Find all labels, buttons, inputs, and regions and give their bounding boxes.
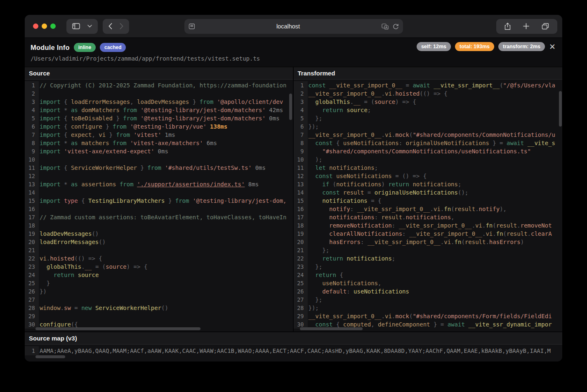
line-number: 29 (294, 312, 308, 320)
sidebar-toggle-button[interactable] (71, 23, 82, 29)
code-token: result (455, 206, 476, 212)
sidebar-menu-button[interactable] (86, 25, 94, 28)
sourcemap-horizontal-scrollbar[interactable] (35, 355, 65, 358)
transformed-code-area[interactable]: 1const __vite_ssr_import_0__ = await __v… (294, 80, 563, 331)
line-number: 15 (25, 197, 39, 205)
line-number: 25 (25, 279, 39, 287)
code-token: useNotifications (322, 280, 378, 286)
source-horizontal-scrollbar[interactable] (35, 327, 200, 330)
translate-icon[interactable] (382, 23, 389, 30)
code-token: , (130, 99, 137, 105)
line-number: 10 (25, 155, 39, 164)
total-time-pill: total: 193ms (455, 42, 494, 51)
code-token: 6ms (203, 140, 217, 146)
line-number: 15 (294, 197, 308, 205)
tab-overview-button[interactable] (540, 23, 551, 30)
line-number: 9 (25, 147, 39, 155)
module-link[interactable]: './support/assertions/index.ts' (137, 181, 245, 188)
code-token (309, 206, 330, 212)
code-token: 0ms (252, 164, 266, 171)
code-token: , (451, 214, 454, 221)
close-window-button[interactable] (33, 23, 38, 29)
minimize-window-button[interactable] (42, 23, 47, 29)
code-token: ( (500, 82, 503, 89)
code-token: __ (85, 263, 92, 270)
line-number: 2 (294, 89, 308, 98)
line-number: 12 (25, 172, 39, 180)
code-token: = (364, 189, 374, 196)
code-token: notifications (329, 164, 375, 171)
url-text: localhost (195, 23, 382, 30)
code-token: from (116, 131, 133, 138)
address-bar[interactable]: localhost (184, 19, 403, 34)
code-token: await (413, 82, 434, 89)
code-token: fn (444, 206, 451, 212)
code-token: configure (40, 321, 71, 328)
transformed-panel-header: Transformed (294, 67, 563, 80)
code-token: . (402, 214, 405, 221)
source-vertical-scrollbar[interactable] (289, 94, 292, 120)
browser-window: localhost (25, 15, 562, 361)
code-token (309, 189, 323, 196)
code-token: vi (40, 255, 47, 262)
code-token: { (81, 197, 88, 204)
code-token: ( (333, 181, 336, 188)
code-token: domMatchers (81, 107, 123, 113)
code-token: vi (434, 206, 441, 212)
code-line: 5 }; (294, 114, 563, 122)
code-token: import (40, 123, 64, 130)
code-token: : (361, 239, 368, 245)
code-token: . (392, 131, 395, 138)
close-button[interactable]: ✕ (547, 41, 557, 52)
reader-icon[interactable] (189, 23, 195, 29)
code-token: . (392, 90, 395, 97)
code-token: const (309, 82, 330, 89)
code-line: 7__vite_ssr_import_0__.vi.mock("#shared/… (294, 131, 563, 139)
code-line: 12 (25, 172, 293, 180)
transformed-vertical-scrollbar[interactable] (559, 91, 562, 127)
source-code-area[interactable]: 1// Copyright (C) 2012-2025 Zammad Found… (25, 80, 293, 331)
code-token: __vite_s (528, 140, 555, 146)
code-token: . (61, 305, 64, 311)
code-token (309, 239, 330, 245)
zoom-window-button[interactable] (50, 23, 56, 29)
back-button[interactable] (107, 23, 114, 29)
code-token: vi (444, 239, 451, 245)
reload-icon[interactable] (393, 23, 399, 30)
code-token: __vite_ssr_import_0__ (309, 313, 382, 319)
code-token: } (113, 115, 123, 122)
code-token (309, 173, 316, 179)
code-token: return (322, 107, 347, 113)
code-line: 9import 'vitest-axe/extend-expect' 0ms (25, 147, 293, 155)
code-token: import (40, 115, 64, 122)
forward-button[interactable] (118, 23, 125, 29)
code-token: window (40, 305, 61, 311)
code-line: 23 }; (294, 263, 563, 271)
code-token: type (64, 197, 81, 204)
code-line: 11 let notifications; (294, 164, 563, 172)
code-token: new (81, 305, 95, 311)
line-number: 24 (25, 271, 39, 279)
code-token: import (40, 131, 64, 138)
code-line: 26 default: useNotifications (294, 287, 563, 296)
code-token: . (382, 313, 385, 319)
code-token: hoisted (50, 255, 74, 262)
code-token: expect (71, 131, 92, 138)
new-tab-button[interactable] (521, 23, 531, 29)
transformed-horizontal-scrollbar[interactable] (300, 327, 363, 330)
code-token: notify (329, 206, 350, 212)
code-token (309, 222, 330, 229)
code-token: ) (382, 181, 389, 188)
code-line: 17 notifications: result.notifications, (294, 213, 563, 221)
line-number: 7 (294, 131, 308, 139)
line-number: 7 (25, 131, 39, 139)
share-button[interactable] (503, 23, 512, 30)
sidebar-icon (72, 23, 80, 29)
code-token: . (528, 230, 531, 237)
code-token: useNotifications (343, 140, 399, 146)
code-token: import (40, 99, 64, 105)
code-token: vi (385, 313, 392, 319)
timing-pills: self: 12ms total: 193ms transform: 2ms (417, 42, 545, 51)
code-token: notifications (406, 214, 451, 221)
code-line: 18 removeNotification: __vite_ssr_import… (294, 221, 563, 230)
